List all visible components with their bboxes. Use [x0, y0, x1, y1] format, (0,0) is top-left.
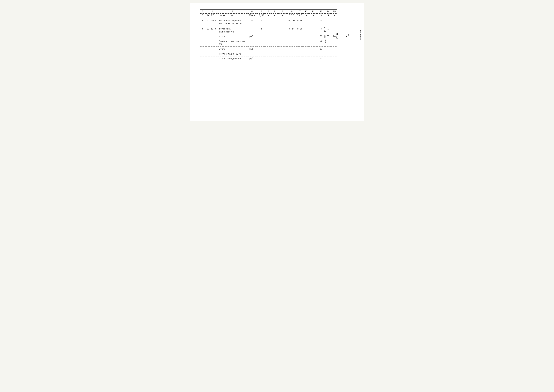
col-header-10: IO: [297, 10, 303, 13]
col-header-1: I: [200, 10, 206, 13]
col-header-12: I2: [309, 10, 317, 13]
col-header-11: II: [303, 10, 309, 13]
side-label-3: 7I: [348, 34, 350, 36]
col-header-8: 8: [278, 10, 287, 13]
col-header-7: 7: [271, 10, 278, 13]
side-label-1: т.п.8071-II-2: [324, 27, 326, 43]
col-header-9: 9: [287, 10, 296, 13]
col-header-2: 2: [206, 10, 219, 13]
col-header-3: 3: [219, 10, 247, 13]
col-header-5: 5: [257, 10, 265, 13]
col-header-13: I3: [317, 10, 325, 13]
side-annotations: т.п.8071-II-2 (Ф.IÏ) 7I I8078-05: [324, 9, 362, 61]
col-header-6: 6: [265, 10, 272, 13]
side-label-4: I8078-05: [360, 30, 362, 40]
side-label-2: (Ф.IÏ): [336, 32, 338, 39]
col-header-4: 4: [247, 10, 257, 13]
